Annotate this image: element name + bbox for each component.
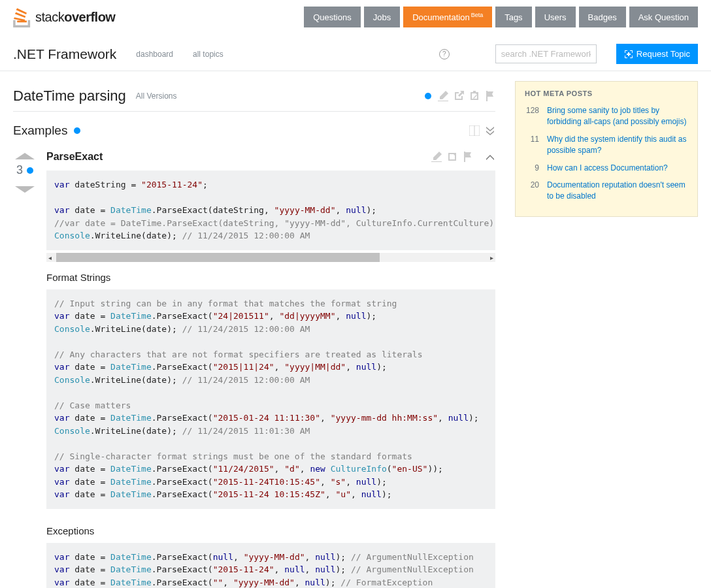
nav-tags[interactable]: Tags [495, 7, 531, 27]
hot-meta-count: 11 [525, 134, 539, 156]
downvote-button[interactable] [15, 186, 35, 193]
layout-icon[interactable] [469, 125, 480, 136]
hot-meta-link[interactable]: How can I access Documentation? [547, 163, 668, 174]
top-nav: QuestionsJobsDocumentationBetaTagsUsersB… [304, 7, 698, 27]
search-input[interactable] [495, 44, 597, 63]
all-topics-link[interactable]: all topics [193, 50, 223, 59]
horizontal-scrollbar[interactable]: ◂ ▸ [46, 253, 495, 262]
help-icon[interactable]: ? [439, 49, 450, 59]
nav-documentation[interactable]: DocumentationBeta [403, 7, 492, 27]
hot-meta-item: 20Documentation reputation doesn't seem … [525, 180, 688, 202]
section-exceptions: Exceptions [46, 525, 495, 536]
all-versions-link[interactable]: All Versions [136, 91, 177, 101]
hot-meta-link[interactable]: Documentation reputation doesn't seem to… [547, 180, 688, 202]
docs-tag-title[interactable]: .NET Framework [13, 46, 116, 62]
link-icon[interactable] [447, 152, 457, 162]
example-title: ParseExact [46, 151, 103, 163]
hot-meta-link[interactable]: Why did the system identify this audit a… [547, 134, 688, 156]
nav-ask-question[interactable]: Ask Question [629, 7, 698, 27]
hot-meta-item: 11Why did the system identify this audit… [525, 134, 688, 156]
site-logo[interactable]: stackoverflow [13, 7, 115, 27]
expand-icon [624, 50, 633, 59]
upvote-button[interactable] [15, 153, 35, 159]
flag-icon[interactable] [463, 152, 473, 162]
topic-title: DateTime parsing [13, 88, 126, 105]
nav-questions[interactable]: Questions [304, 7, 361, 27]
move-icon[interactable] [454, 91, 464, 101]
hot-meta-item: 128Bring some sanity to job titles by fo… [525, 105, 688, 127]
hot-meta-link[interactable]: Bring some sanity to job titles by forbi… [547, 105, 688, 127]
dashboard-link[interactable]: dashboard [136, 50, 173, 59]
hot-meta-title: HOT META POSTS [525, 90, 688, 97]
code-block-3: var date = DateTime.ParseExact(null, "yy… [46, 543, 495, 588]
edit-icon[interactable] [431, 152, 442, 162]
nav-users[interactable]: Users [535, 7, 576, 27]
chevron-up-icon[interactable] [485, 152, 495, 162]
code-block-2: // Input string can be in any format tha… [46, 289, 495, 509]
section-format-strings: Format Strings [46, 272, 495, 283]
hot-meta-count: 9 [525, 163, 539, 174]
nav-jobs[interactable]: Jobs [364, 7, 400, 27]
stackoverflow-icon [13, 7, 31, 27]
flag-icon[interactable] [485, 91, 495, 101]
notification-dot [74, 127, 80, 134]
code-block-1: var dateString = "2015-11-24"; var date … [46, 171, 495, 250]
vote-count: 3 [16, 163, 33, 177]
request-topic-label: Request Topic [637, 49, 690, 59]
logo-text: stackoverflow [35, 10, 115, 25]
nav-badges[interactable]: Badges [579, 7, 626, 27]
hot-meta-posts: HOT META POSTS 128Bring some sanity to j… [515, 81, 698, 217]
edit-icon[interactable] [438, 91, 448, 101]
request-topic-button[interactable]: Request Topic [616, 44, 698, 64]
link-icon[interactable] [469, 91, 480, 101]
chevron-double-down-icon[interactable] [485, 125, 495, 136]
hot-meta-count: 128 [525, 105, 539, 127]
examples-heading: Examples [13, 123, 67, 138]
notification-dot [425, 93, 431, 99]
hot-meta-item: 9How can I access Documentation? [525, 163, 688, 174]
hot-meta-count: 20 [525, 180, 539, 202]
